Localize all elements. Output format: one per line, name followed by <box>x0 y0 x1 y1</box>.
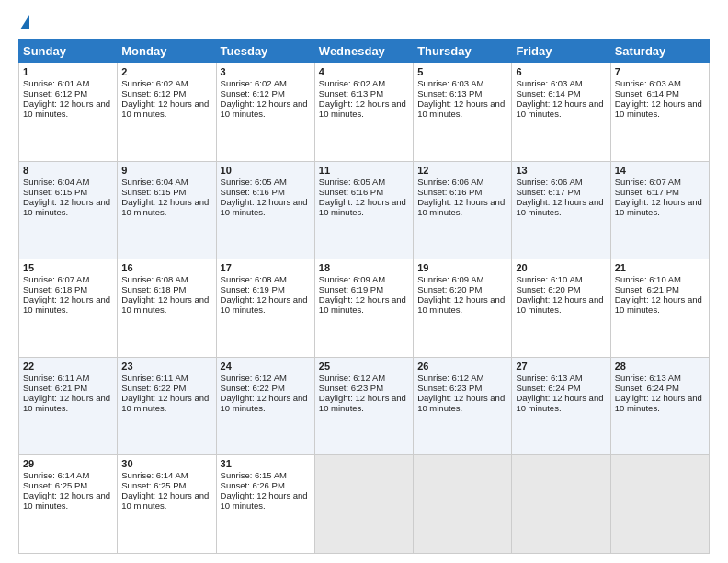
sunrise-text: Sunrise: 6:12 AM <box>221 373 287 383</box>
sunset-text: Sunset: 6:15 PM <box>121 187 186 197</box>
sunset-text: Sunset: 6:13 PM <box>319 88 383 98</box>
calendar-cell: 22Sunrise: 6:11 AMSunset: 6:21 PMDayligh… <box>19 357 118 455</box>
calendar-cell: 1Sunrise: 6:01 AMSunset: 6:12 PMDaylight… <box>19 63 118 162</box>
calendar-cell: 26Sunrise: 6:12 AMSunset: 6:23 PMDayligh… <box>414 357 512 455</box>
calendar-cell: 10Sunrise: 6:05 AMSunset: 6:16 PMDayligh… <box>216 161 314 259</box>
calendar-week-row: 1Sunrise: 6:01 AMSunset: 6:12 PMDaylight… <box>19 63 710 162</box>
sunset-text: Sunset: 6:24 PM <box>615 383 679 393</box>
daylight-text: Daylight: 12 hours and 10 minutes. <box>221 98 308 119</box>
day-number: 11 <box>319 165 409 176</box>
sunset-text: Sunset: 6:17 PM <box>615 187 679 197</box>
calendar-header-row: SundayMondayTuesdayWednesdayThursdayFrid… <box>19 40 710 63</box>
sunrise-text: Sunrise: 6:03 AM <box>417 78 483 88</box>
calendar-cell: 25Sunrise: 6:12 AMSunset: 6:23 PMDayligh… <box>314 357 413 455</box>
daylight-text: Daylight: 12 hours and 10 minutes. <box>319 393 406 413</box>
calendar-week-row: 29Sunrise: 6:14 AMSunset: 6:25 PMDayligh… <box>19 455 710 554</box>
sunset-text: Sunset: 6:23 PM <box>417 383 482 393</box>
sunset-text: Sunset: 6:19 PM <box>221 284 285 294</box>
calendar-cell: 2Sunrise: 6:02 AMSunset: 6:12 PMDaylight… <box>118 63 216 162</box>
calendar-cell: 11Sunrise: 6:05 AMSunset: 6:16 PMDayligh… <box>314 161 413 259</box>
calendar-cell: 12Sunrise: 6:06 AMSunset: 6:16 PMDayligh… <box>414 161 512 259</box>
sunrise-text: Sunrise: 6:02 AM <box>221 78 287 88</box>
sunrise-text: Sunrise: 6:04 AM <box>23 177 89 187</box>
calendar-week-row: 15Sunrise: 6:07 AMSunset: 6:18 PMDayligh… <box>19 259 710 358</box>
daylight-text: Daylight: 12 hours and 10 minutes. <box>121 98 209 119</box>
day-number: 27 <box>516 361 606 372</box>
daylight-text: Daylight: 12 hours and 10 minutes. <box>221 490 308 511</box>
daylight-text: Daylight: 12 hours and 10 minutes. <box>23 197 110 217</box>
day-number: 23 <box>121 361 211 372</box>
sunrise-text: Sunrise: 6:10 AM <box>516 274 582 284</box>
sunrise-text: Sunrise: 6:10 AM <box>615 274 681 284</box>
sunrise-text: Sunrise: 6:11 AM <box>121 373 188 383</box>
sunrise-text: Sunrise: 6:09 AM <box>417 274 483 284</box>
calendar-cell: 4Sunrise: 6:02 AMSunset: 6:13 PMDaylight… <box>314 63 413 162</box>
day-number: 2 <box>121 66 211 77</box>
sunset-text: Sunset: 6:22 PM <box>221 383 285 393</box>
daylight-text: Daylight: 12 hours and 10 minutes. <box>319 98 406 119</box>
header <box>18 17 710 29</box>
day-number: 12 <box>417 165 507 176</box>
calendar-week-row: 8Sunrise: 6:04 AMSunset: 6:15 PMDaylight… <box>19 161 710 259</box>
calendar-cell: 21Sunrise: 6:10 AMSunset: 6:21 PMDayligh… <box>610 259 709 358</box>
calendar-cell: 16Sunrise: 6:08 AMSunset: 6:18 PMDayligh… <box>118 259 216 358</box>
daylight-text: Daylight: 12 hours and 10 minutes. <box>121 294 209 315</box>
daylight-text: Daylight: 12 hours and 10 minutes. <box>615 294 702 315</box>
sunset-text: Sunset: 6:25 PM <box>23 480 87 490</box>
calendar-cell: 13Sunrise: 6:06 AMSunset: 6:17 PMDayligh… <box>512 161 610 259</box>
daylight-text: Daylight: 12 hours and 10 minutes. <box>516 98 603 119</box>
sunset-text: Sunset: 6:16 PM <box>319 187 383 197</box>
daylight-text: Daylight: 12 hours and 10 minutes. <box>121 393 209 413</box>
sunset-text: Sunset: 6:23 PM <box>319 383 383 393</box>
calendar-cell: 7Sunrise: 6:03 AMSunset: 6:14 PMDaylight… <box>610 63 709 162</box>
calendar-cell: 3Sunrise: 6:02 AMSunset: 6:12 PMDaylight… <box>216 63 314 162</box>
sunrise-text: Sunrise: 6:14 AM <box>23 470 89 480</box>
calendar-day-header: Thursday <box>414 40 512 63</box>
sunset-text: Sunset: 6:16 PM <box>221 187 285 197</box>
sunset-text: Sunset: 6:20 PM <box>417 284 482 294</box>
calendar-cell: 30Sunrise: 6:14 AMSunset: 6:25 PMDayligh… <box>118 455 216 554</box>
daylight-text: Daylight: 12 hours and 10 minutes. <box>417 197 505 217</box>
daylight-text: Daylight: 12 hours and 10 minutes. <box>23 98 110 119</box>
day-number: 8 <box>23 165 113 176</box>
sunrise-text: Sunrise: 6:08 AM <box>221 274 287 284</box>
sunset-text: Sunset: 6:25 PM <box>121 480 186 490</box>
sunset-text: Sunset: 6:12 PM <box>23 88 87 98</box>
daylight-text: Daylight: 12 hours and 10 minutes. <box>221 197 308 217</box>
calendar-cell <box>512 455 610 554</box>
day-number: 14 <box>615 165 705 176</box>
sunrise-text: Sunrise: 6:15 AM <box>221 470 287 480</box>
sunset-text: Sunset: 6:19 PM <box>319 284 383 294</box>
calendar-cell <box>610 455 709 554</box>
calendar-cell: 14Sunrise: 6:07 AMSunset: 6:17 PMDayligh… <box>610 161 709 259</box>
calendar-day-header: Wednesday <box>314 40 413 63</box>
calendar-cell: 28Sunrise: 6:13 AMSunset: 6:24 PMDayligh… <box>610 357 709 455</box>
sunrise-text: Sunrise: 6:05 AM <box>221 177 287 187</box>
calendar-day-header: Monday <box>118 40 216 63</box>
calendar-week-row: 22Sunrise: 6:11 AMSunset: 6:21 PMDayligh… <box>19 357 710 455</box>
sunset-text: Sunset: 6:12 PM <box>221 88 285 98</box>
sunset-text: Sunset: 6:12 PM <box>121 88 186 98</box>
calendar: SundayMondayTuesdayWednesdayThursdayFrid… <box>18 39 710 554</box>
calendar-cell: 31Sunrise: 6:15 AMSunset: 6:26 PMDayligh… <box>216 455 314 554</box>
daylight-text: Daylight: 12 hours and 10 minutes. <box>615 197 702 217</box>
sunrise-text: Sunrise: 6:03 AM <box>516 78 582 88</box>
sunrise-text: Sunrise: 6:03 AM <box>615 78 681 88</box>
sunrise-text: Sunrise: 6:09 AM <box>319 274 385 284</box>
day-number: 10 <box>221 165 311 176</box>
sunrise-text: Sunrise: 6:12 AM <box>417 373 483 383</box>
logo <box>18 17 29 29</box>
calendar-cell: 20Sunrise: 6:10 AMSunset: 6:20 PMDayligh… <box>512 259 610 358</box>
sunset-text: Sunset: 6:22 PM <box>121 383 186 393</box>
calendar-cell <box>314 455 413 554</box>
day-number: 19 <box>417 262 507 273</box>
day-number: 18 <box>319 262 409 273</box>
daylight-text: Daylight: 12 hours and 10 minutes. <box>319 294 406 315</box>
day-number: 1 <box>23 66 113 77</box>
daylight-text: Daylight: 12 hours and 10 minutes. <box>615 98 702 119</box>
day-number: 7 <box>615 66 705 77</box>
sunrise-text: Sunrise: 6:02 AM <box>319 78 385 88</box>
sunrise-text: Sunrise: 6:01 AM <box>23 78 89 88</box>
daylight-text: Daylight: 12 hours and 10 minutes. <box>417 393 505 413</box>
sunrise-text: Sunrise: 6:06 AM <box>417 177 483 187</box>
